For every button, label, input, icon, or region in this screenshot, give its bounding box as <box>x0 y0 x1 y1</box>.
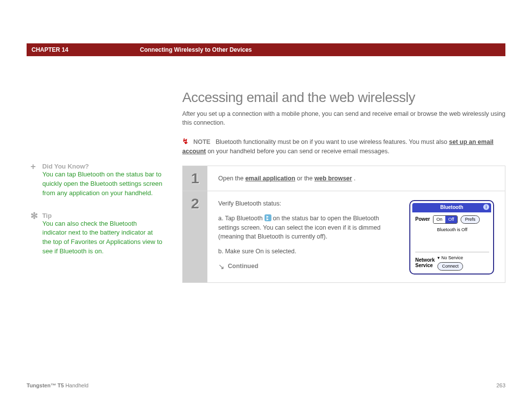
web-browser-link[interactable]: web browser <box>314 175 352 182</box>
product-name-rest: Handheld <box>64 382 89 388</box>
info-icon[interactable]: i <box>483 204 489 210</box>
note-row: ↯ NOTE Bluetooth functionality must be o… <box>182 136 505 156</box>
prefs-button[interactable]: Prefs <box>461 215 480 224</box>
step1-text-mid: or the <box>297 175 314 182</box>
note-text-suffix: on your handheld before you can send or … <box>207 148 389 155</box>
tip-block: ✻ Tip You can also check the Bluetooth i… <box>31 212 163 256</box>
bluetooth-icon <box>265 214 271 221</box>
service-value: ▾ No Service <box>437 255 463 260</box>
step2-lead: Verify Bluetooth status: <box>218 199 400 208</box>
step2-a-prefix: a. Tap Bluetooth <box>218 215 265 222</box>
email-application-link[interactable]: email application <box>245 175 295 182</box>
device-titlebar: Bluetooth i <box>412 203 491 212</box>
connect-button[interactable]: Connect <box>437 262 463 271</box>
steps-box: 1 Open the email application or the web … <box>182 166 505 283</box>
did-you-know-title: Did You Know? <box>42 163 89 170</box>
step2-item-b: b. Make sure On is selected. <box>218 247 400 256</box>
page-title: Accessing email and the web wirelessly <box>182 90 505 105</box>
note-label: NOTE <box>193 138 210 145</box>
product-name-bold: Tungsten™ T5 <box>27 382 64 388</box>
step-1-content: Open the email application or the web br… <box>207 166 505 191</box>
network-service-label: NetworkService <box>415 257 434 268</box>
bluetooth-settings-screenshot: Bluetooth i Power On Off <box>409 200 494 274</box>
chapter-label: CHAPTER 14 <box>27 46 140 53</box>
power-label: Power <box>415 216 430 223</box>
bluetooth-status-text: Bluetooth is Off <box>415 227 489 233</box>
sidebar: + Did You Know? You can tap Bluetooth on… <box>27 56 163 270</box>
continued-label: Continued <box>228 263 258 270</box>
page-number: 263 <box>497 382 505 388</box>
step-2-number: 2 <box>183 191 207 282</box>
did-you-know-block: + Did You Know? You can tap Bluetooth on… <box>31 163 163 198</box>
step2-item-a: a. Tap Bluetooth on the status bar to op… <box>218 214 400 240</box>
power-toggle[interactable]: On Off <box>433 215 458 224</box>
divider <box>415 252 489 252</box>
page-footer: Tungsten™ T5 Handheld 263 <box>27 382 505 388</box>
device-title-text: Bluetooth <box>440 205 464 210</box>
power-off-option[interactable]: Off <box>445 216 457 223</box>
step1-text-before: Open the <box>218 175 245 182</box>
intro-paragraph: After you set up a connection with a mob… <box>182 109 505 127</box>
note-icon: ↯ <box>182 137 189 145</box>
tip-title: Tip <box>42 212 52 219</box>
plus-icon: + <box>31 163 38 170</box>
asterisk-icon: ✻ <box>31 212 38 219</box>
did-you-know-body: You can tap Bluetooth on the status bar … <box>31 170 163 198</box>
chapter-header-bar: CHAPTER 14 Connecting Wirelessly to Othe… <box>27 43 505 56</box>
note-text-prefix: Bluetooth functionality must be on if yo… <box>216 138 449 145</box>
continued-arrow-icon: ↘ <box>218 264 225 270</box>
tip-body: You can also check the Bluetooth indicat… <box>31 219 163 256</box>
step1-text-after: . <box>354 175 355 182</box>
step-1-number: 1 <box>183 166 207 191</box>
section-title: Connecting Wirelessly to Other Devices <box>140 46 252 53</box>
power-on-option[interactable]: On <box>433 216 445 223</box>
